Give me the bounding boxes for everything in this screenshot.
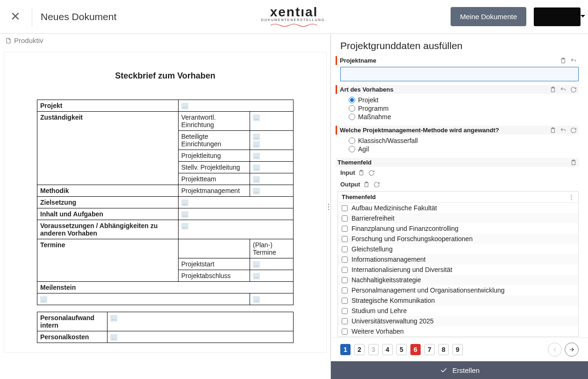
checkbox-input[interactable] <box>342 226 348 232</box>
clipboard-icon[interactable] <box>570 159 577 166</box>
checkbox-input[interactable] <box>342 287 348 293</box>
methode-option[interactable]: Agil <box>349 145 579 153</box>
row-verantw: Verantwortl. Einrichtung <box>178 112 250 131</box>
form-scroll[interactable]: Projektname Art des Vorhabens <box>331 56 588 337</box>
checkbox-input[interactable] <box>342 329 348 335</box>
placeholder: ... <box>181 223 188 229</box>
checkbox-label: Forschung und Forschungskooperationen <box>351 235 473 243</box>
themenfeld-item[interactable]: Internationalisierung und Diversität <box>338 265 578 275</box>
undo-icon[interactable] <box>570 57 577 64</box>
page-2[interactable]: 2 <box>354 344 365 355</box>
themenfeld-item[interactable]: Universitätsverwaltung 2025 <box>338 316 578 326</box>
close-icon[interactable]: ✕ <box>7 9 23 24</box>
refresh-icon[interactable] <box>570 127 577 134</box>
undo-icon[interactable] <box>560 127 566 134</box>
themenfeld-item[interactable]: Informationsmanagement <box>338 254 578 265</box>
radio-input[interactable] <box>349 97 355 103</box>
prev-page-button[interactable] <box>548 343 562 357</box>
themenfeld-item[interactable]: Studium und Lehre <box>338 306 578 316</box>
clipboard-icon[interactable] <box>358 170 365 176</box>
checkbox-input[interactable] <box>342 215 348 222</box>
themenfeld-item[interactable]: Personalmanagement und Organisationsentw… <box>338 285 578 295</box>
themenfeld-item[interactable]: Barrierefreiheit <box>338 213 578 223</box>
page-4[interactable]: 4 <box>382 344 393 355</box>
page-6[interactable]: 6 <box>410 344 421 355</box>
checkbox-input[interactable] <box>342 257 348 263</box>
radio-input[interactable] <box>349 137 355 144</box>
refresh-icon[interactable] <box>373 181 380 188</box>
radio-label: Programm <box>358 105 388 112</box>
checkbox-input[interactable] <box>342 308 348 314</box>
projektname-input[interactable] <box>340 67 579 81</box>
page-7[interactable]: 7 <box>424 344 435 355</box>
row-start: Projektstart <box>178 258 250 270</box>
field-methode: Welche Projektmanagement-Methode wird an… <box>336 126 579 156</box>
placeholder: ... <box>253 188 260 194</box>
themenfeld-item[interactable]: Aufbau Medizinische Fakultät <box>338 203 578 213</box>
row-inhalt: Inhalt und Aufgaben <box>37 208 179 220</box>
radio-input[interactable] <box>349 114 355 120</box>
field-art: Art des Vorhabens ProjektProgrammMaßnahm… <box>336 85 579 124</box>
page-1[interactable]: 1 <box>340 344 351 355</box>
undo-icon[interactable] <box>560 86 566 93</box>
art-option[interactable]: Maßnahme <box>349 113 579 121</box>
themenfeld-item[interactable]: Forschung und Forschungskooperationen <box>338 234 578 244</box>
refresh-icon[interactable] <box>570 86 577 93</box>
art-radio-list: ProjektProgrammMaßnahme <box>336 94 579 124</box>
refresh-icon[interactable] <box>368 170 375 176</box>
projektname-label: Projektname <box>340 57 560 64</box>
field-input-head: Input <box>336 167 579 179</box>
create-button[interactable]: Erstellen <box>331 361 588 379</box>
page-3[interactable]: 3 <box>368 344 379 355</box>
radio-input[interactable] <box>349 146 355 152</box>
row-zustaendigkeit: Zuständigkeit <box>37 112 179 185</box>
checkbox-input[interactable] <box>342 318 348 324</box>
clipboard-icon[interactable] <box>560 57 566 64</box>
pane-resize-handle[interactable]: ⋮ <box>325 202 332 211</box>
next-page-button[interactable] <box>565 343 579 357</box>
more-icon[interactable]: ⋮ <box>568 193 574 200</box>
user-dropdown[interactable] <box>534 7 581 26</box>
checkbox-label: Barrierefreiheit <box>351 215 394 222</box>
themenfeld-item[interactable]: Gleichstellung <box>338 244 578 254</box>
row-pm: Projektmanagement <box>178 185 250 197</box>
my-documents-button[interactable]: Meine Dokumente <box>451 7 526 26</box>
row-personal-intern: Personalaufwand intern <box>37 312 108 331</box>
clipboard-icon[interactable] <box>550 86 556 93</box>
placeholder: ... <box>253 134 260 140</box>
placeholder: ... <box>253 176 260 183</box>
row-projekt: Projekt <box>37 100 179 112</box>
placeholder: ... <box>181 103 188 109</box>
create-label: Erstellen <box>452 366 480 374</box>
checkbox-label: Weitere Vorhaben <box>351 328 404 335</box>
placeholder: ... <box>253 153 260 159</box>
page-5[interactable]: 5 <box>396 344 407 355</box>
document-scroll[interactable]: Steckbrief zum Vorhaben Projekt... Zustä… <box>0 47 330 379</box>
art-option[interactable]: Projekt <box>349 96 579 104</box>
checkbox-input[interactable] <box>342 236 348 242</box>
methode-option[interactable]: Klassisch/Wasserfall <box>349 136 579 145</box>
themenfeld-item[interactable]: Weitere Vorhaben <box>338 326 578 336</box>
page-8[interactable]: 8 <box>438 344 449 355</box>
checkbox-input[interactable] <box>342 298 348 304</box>
input-label: Input <box>337 168 358 178</box>
clipboard-icon[interactable] <box>363 181 370 188</box>
row-team: Projektteam <box>178 173 250 185</box>
row-ziel: Zielsetzung <box>37 197 179 208</box>
checkbox-input[interactable] <box>342 267 348 273</box>
checkbox-input[interactable] <box>342 246 348 252</box>
clipboard-icon[interactable] <box>550 127 556 134</box>
placeholder: ... <box>253 296 260 303</box>
radio-input[interactable] <box>349 105 355 112</box>
checkbox-input[interactable] <box>342 277 348 283</box>
row-leitung: Projektleitung <box>178 150 250 162</box>
arrow-right-icon <box>568 346 575 353</box>
page-9[interactable]: 9 <box>452 344 463 355</box>
art-option[interactable]: Programm <box>349 104 579 113</box>
themenfeld-item[interactable]: Finanzplanung und Finanzcontrolling <box>338 223 578 234</box>
themenfeld-item[interactable]: Strategische Kommunikation <box>338 295 578 306</box>
themenfeld-item[interactable]: Nachhaltigkeitsstrategie <box>338 275 578 285</box>
arrow-left-icon <box>552 346 558 353</box>
placeholder: ... <box>181 211 188 218</box>
checkbox-input[interactable] <box>342 205 348 211</box>
